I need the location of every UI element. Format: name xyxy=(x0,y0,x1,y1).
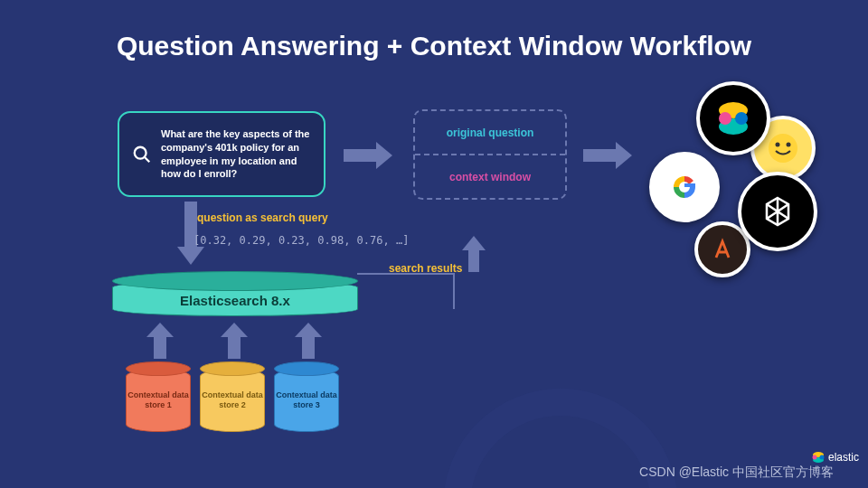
question-text: What are the key aspects of the company'… xyxy=(161,127,311,181)
question-box: What are the key aspects of the company'… xyxy=(118,111,326,197)
arrow-ds3-icon xyxy=(295,323,322,359)
datastore-3-label: Contextual data store 3 xyxy=(274,390,339,411)
search-icon xyxy=(132,145,152,164)
svg-point-12 xyxy=(819,455,824,460)
results-connector xyxy=(357,273,455,309)
arrow-ds2-icon xyxy=(221,323,248,359)
elasticsearch-label: Elasticsearch 8.x xyxy=(112,293,358,308)
svg-point-2 xyxy=(769,134,797,163)
elastic-brand-text: elastic xyxy=(828,451,859,464)
datastore-1: Contextual data store 1 xyxy=(126,361,191,432)
svg-line-1 xyxy=(145,156,150,162)
elastic-brand-logo: elastic xyxy=(811,450,859,465)
watermark-text: CSDN @Elastic 中国社区官方博客 xyxy=(639,465,834,481)
svg-point-0 xyxy=(135,146,146,158)
vector-embedding-label: [0.32, 0.29, 0.23, 0.98, 0.76, …] xyxy=(193,234,409,247)
svg-point-3 xyxy=(776,143,780,147)
svg-point-8 xyxy=(735,112,748,125)
datastore-1-label: Contextual data store 1 xyxy=(126,390,191,411)
datastore-3: Contextual data store 3 xyxy=(274,361,339,432)
arrow-results-icon xyxy=(462,236,486,272)
arrow-to-context-icon xyxy=(344,142,392,169)
openai-icon xyxy=(738,172,817,251)
datastore-2-label: Contextual data store 2 xyxy=(200,390,265,411)
query-label: question as search query xyxy=(197,211,328,224)
slide-title: Question Answering + Context Window Work… xyxy=(0,0,868,61)
datastore-2: Contextual data store 2 xyxy=(200,361,265,432)
elastic-icon xyxy=(696,81,770,155)
arrow-ds1-icon xyxy=(146,323,174,359)
context-window-label: context window xyxy=(415,155,565,198)
google-icon xyxy=(649,152,720,222)
arrow-to-llm-icon xyxy=(583,142,632,169)
original-question-label: original question xyxy=(415,111,565,155)
llm-provider-cluster xyxy=(642,81,832,271)
svg-point-7 xyxy=(719,112,731,125)
elasticsearch-cylinder: Elasticsearch 8.x xyxy=(112,271,358,316)
context-window-box: original question context window xyxy=(413,109,567,200)
results-label: search results xyxy=(389,262,462,275)
svg-point-11 xyxy=(812,455,816,460)
svg-point-4 xyxy=(787,143,791,147)
